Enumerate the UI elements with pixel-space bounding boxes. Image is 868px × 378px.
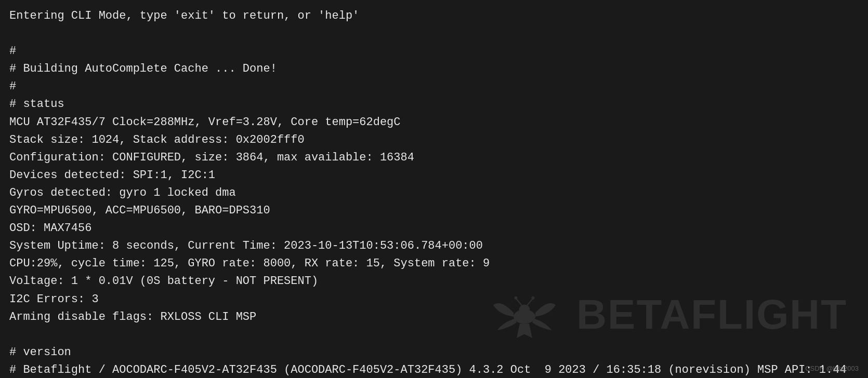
svg-point-4 — [515, 296, 518, 300]
watermark-container: BETAFLIGHT — [483, 282, 847, 347]
svg-point-5 — [532, 296, 535, 300]
betaflight-drone-icon — [483, 284, 566, 346]
svg-point-1 — [519, 305, 530, 316]
svg-line-3 — [528, 299, 533, 306]
csdn-watermark: CSDN @lida2003 — [805, 363, 859, 374]
svg-line-2 — [516, 299, 522, 306]
terminal-window: Entering CLI Mode, type 'exit' to return… — [0, 0, 868, 378]
betaflight-logo-text: BETAFLIGHT — [576, 282, 847, 347]
